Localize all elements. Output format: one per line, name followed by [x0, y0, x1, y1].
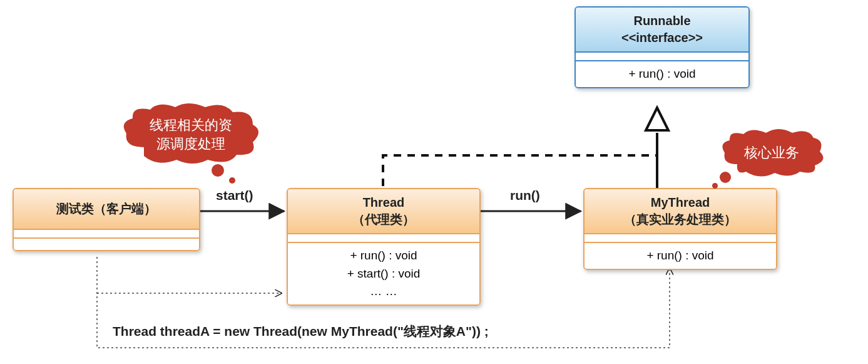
class-runnable-body: + run() : void	[576, 61, 748, 87]
class-client-name: 测试类（客户端）	[56, 202, 156, 216]
spacer	[288, 234, 479, 242]
class-runnable-title: Runnable<<interface>>	[576, 8, 748, 51]
callout-dot	[212, 164, 224, 177]
class-thread-body: + run() : void + start() : void … …	[288, 243, 479, 304]
class-runnable-name: Runnable<<interface>>	[621, 14, 703, 44]
method-row: + start() : void	[292, 265, 476, 283]
callout-dot	[712, 183, 718, 189]
method-row: + run() : void	[588, 247, 772, 265]
class-mythread-name: MyThread（真实业务处理类）	[624, 195, 737, 226]
spacer	[576, 53, 748, 60]
method-row: … …	[292, 283, 476, 301]
realization-triangle-icon	[646, 108, 668, 130]
spacer	[585, 234, 776, 242]
edge-label-run: run()	[510, 188, 540, 203]
method-row: + run() : void	[292, 247, 476, 265]
callout-dot	[720, 172, 731, 183]
class-mythread-body: + run() : void	[585, 243, 776, 269]
callout-resource-text: 线程相关的资源调度处理	[119, 103, 263, 166]
class-client: 测试类（客户端）	[13, 188, 200, 251]
spacer	[14, 230, 199, 237]
spacer	[14, 239, 199, 250]
callout-resource: 线程相关的资源调度处理	[119, 103, 263, 166]
class-thread: Thread（代理类） + run() : void + start() : v…	[287, 188, 481, 306]
callout-core: 核心业务	[718, 129, 825, 177]
class-runnable: Runnable<<interface>> + run() : void	[574, 6, 750, 88]
class-mythread: MyThread（真实业务处理类） + run() : void	[583, 188, 777, 270]
class-thread-name: Thread（代理类）	[352, 195, 415, 226]
class-client-title: 测试类（客户端）	[14, 189, 199, 229]
class-thread-title: Thread（代理类）	[288, 189, 479, 233]
callout-dot	[229, 177, 235, 184]
method-row: + run() : void	[580, 65, 745, 83]
edge-thread-runnable	[383, 133, 657, 186]
class-mythread-title: MyThread（真实业务处理类）	[585, 189, 776, 233]
callout-core-text: 核心业务	[718, 129, 825, 177]
edge-label-start: start()	[216, 188, 253, 203]
code-instantiation: Thread threadA = new Thread(new MyThread…	[113, 323, 489, 340]
